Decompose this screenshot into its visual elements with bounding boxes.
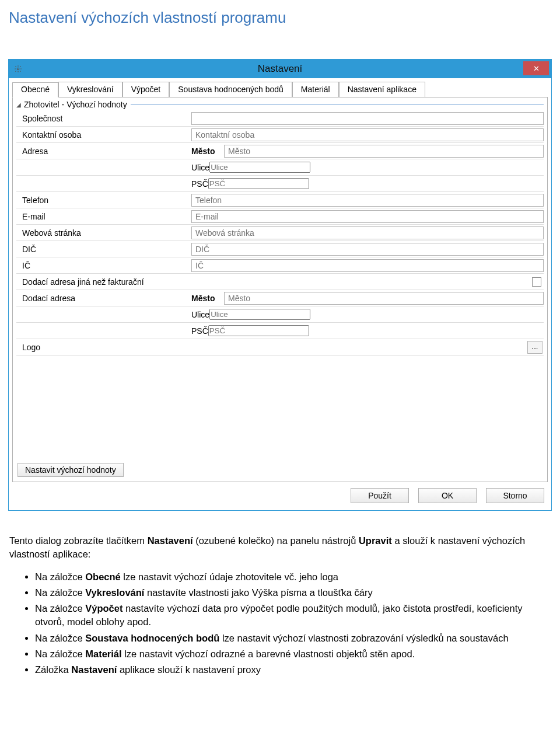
tab-nastaveni-aplikace[interactable]: Nastavení aplikace — [339, 82, 425, 97]
close-button[interactable]: ✕ — [523, 61, 549, 75]
row-delivery-diff: Dodací adresa jiná než fakturační — [16, 274, 544, 290]
company-label: Společnost — [16, 114, 191, 123]
tab-strip: Obecné Vykreslování Výpočet Soustava hod… — [12, 82, 548, 97]
dic-label: DIČ — [16, 245, 191, 254]
web-input[interactable] — [191, 226, 544, 239]
bullet-2: Na záložce Vykreslování nastavíte vlastn… — [35, 586, 551, 599]
bullet-1: Na záložce Obecné lze nastavit výchozí ú… — [35, 570, 551, 584]
city-label: Město — [191, 147, 224, 156]
row-delivery-zip: PSČ — [16, 323, 544, 339]
page-title: Nastavení výchozích vlastností programu — [6, 9, 554, 27]
row-logo: Logo ... — [16, 339, 544, 355]
d-zip-input[interactable] — [208, 325, 309, 336]
settings-dialog: Nastavení ✕ Obecné Vykreslování Výpočet … — [8, 59, 552, 511]
collapse-icon: ◢ — [16, 102, 22, 108]
bullet-6: Záložka Nastavení aplikace slouží k nast… — [35, 663, 551, 677]
cancel-button[interactable]: Storno — [486, 488, 544, 503]
set-defaults-button[interactable]: Nastavit výchozí hodnoty — [18, 463, 124, 477]
delivery-diff-checkbox[interactable] — [532, 277, 541, 287]
description-text: Tento dialog zobrazíte tlačítkem Nastave… — [6, 534, 554, 677]
web-label: Webová stránka — [16, 228, 191, 238]
row-address-city: Adresa Město — [16, 143, 544, 159]
tab-vypocet[interactable]: Výpočet — [123, 82, 170, 97]
intro-paragraph: Tento dialog zobrazíte tlačítkem Nastave… — [9, 534, 551, 561]
ok-button[interactable]: OK — [418, 488, 477, 503]
contact-input[interactable] — [191, 128, 544, 141]
phone-label: Telefon — [16, 196, 191, 205]
bullet-5: Na záložce Materiál lze nastavit výchozí… — [35, 647, 551, 661]
delivery-label: Dodací adresa — [16, 294, 191, 303]
dialog-title: Nastavení — [9, 63, 551, 75]
tab-panel: ◢ Zhotovitel - Výchozí hodnoty Společnos… — [12, 97, 548, 482]
dialog-button-bar: Použít OK Storno — [9, 482, 551, 510]
tab-obecne[interactable]: Obecné — [12, 82, 58, 97]
dialog-body: Obecné Vykreslování Výpočet Soustava hod… — [9, 78, 551, 482]
address-label: Adresa — [16, 147, 191, 156]
zip-label: PSČ — [191, 179, 208, 189]
tab-material[interactable]: Materiál — [292, 82, 339, 97]
zip-input[interactable] — [208, 178, 309, 189]
titlebar: Nastavení ✕ — [9, 60, 551, 78]
row-web: Webová stránka — [16, 225, 544, 241]
bullet-4: Na záložce Soustava hodnocených bodů lze… — [35, 632, 551, 645]
dic-input[interactable] — [191, 243, 544, 256]
bullet-3: Na záložce Výpočet nastavíte výchozí dat… — [35, 602, 551, 629]
delivery-diff-label: Dodací adresa jiná než fakturační — [16, 277, 532, 287]
row-company: Společnost — [16, 110, 544, 127]
row-contact: Kontaktní osoba — [16, 127, 544, 143]
d-street-input[interactable] — [209, 309, 310, 320]
close-icon: ✕ — [533, 64, 540, 73]
email-input[interactable] — [191, 210, 544, 223]
street-input[interactable] — [209, 162, 310, 173]
group-title: Zhotovitel - Výchozí hodnoty — [24, 100, 127, 109]
row-email: E-mail — [16, 208, 544, 225]
tab-soustava[interactable]: Soustava hodnocených bodů — [169, 82, 292, 97]
logo-browse-button[interactable]: ... — [527, 341, 542, 354]
tab-vykreslovani[interactable]: Vykreslování — [58, 82, 123, 97]
ic-input[interactable] — [191, 259, 544, 272]
d-street-label: Ulice — [191, 310, 209, 319]
apply-button[interactable]: Použít — [351, 488, 409, 503]
street-label: Ulice — [191, 163, 209, 172]
row-delivery-city: Dodací adresa Město — [16, 290, 544, 306]
logo-label: Logo — [16, 343, 527, 352]
city-input[interactable] — [224, 145, 544, 158]
row-phone: Telefon — [16, 192, 544, 208]
contact-label: Kontaktní osoba — [16, 130, 191, 140]
d-city-input[interactable] — [224, 292, 544, 305]
email-label: E-mail — [16, 212, 191, 221]
d-zip-label: PSČ — [191, 326, 208, 336]
row-address-street: Ulice — [16, 159, 544, 176]
group-header[interactable]: ◢ Zhotovitel - Výchozí hodnoty — [16, 100, 544, 109]
d-city-label: Město — [191, 294, 224, 303]
bullet-list: Na záložce Obecné lze nastavit výchozí ú… — [9, 570, 551, 677]
group-rule — [131, 104, 544, 105]
ic-label: IČ — [16, 261, 191, 270]
phone-input[interactable] — [191, 194, 544, 207]
row-dic: DIČ — [16, 241, 544, 257]
company-input[interactable] — [191, 112, 544, 125]
row-address-zip: PSČ — [16, 176, 544, 192]
row-delivery-street: Ulice — [16, 306, 544, 323]
row-ic: IČ — [16, 257, 544, 274]
